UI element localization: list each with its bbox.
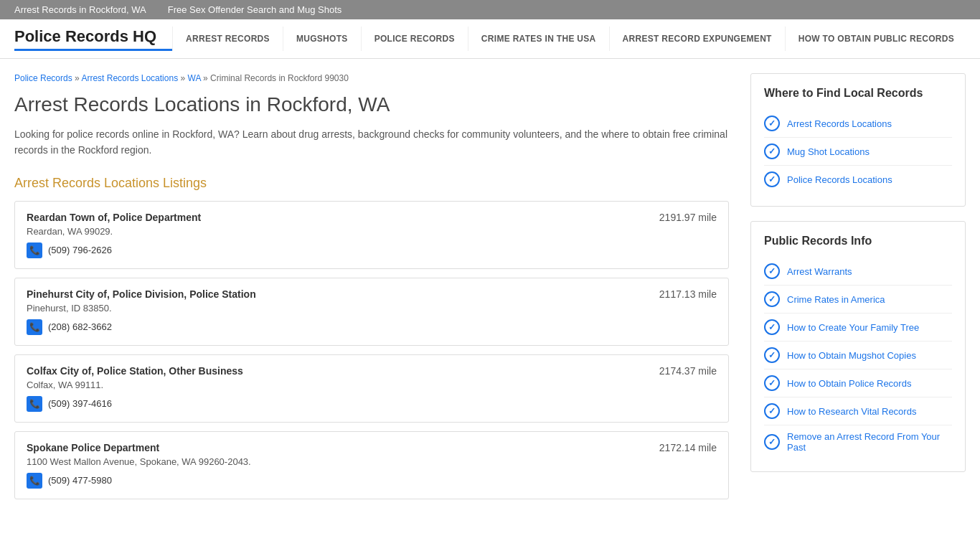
content-wrapper: Police Records » Arrest Records Location… (0, 59, 980, 522)
check-icon-7 (764, 375, 780, 391)
listing-card-0: Reardan Town of, Police Department 2191.… (14, 201, 729, 269)
phone-number-0[interactable]: (509) 796-2626 (48, 245, 112, 255)
nav-public-records[interactable]: HOW TO OBTAIN PUBLIC RECORDS (785, 27, 967, 51)
sidebar-link-label-mug-shots: Mug Shot Locations (787, 146, 870, 157)
main-nav: ARREST RECORDS MUGSHOTS POLICE RECORDS C… (172, 27, 967, 51)
listings-container: Reardan Town of, Police Department 2191.… (14, 201, 729, 499)
listing-header-3: Spokane Police Department 2172.14 mile (27, 442, 717, 453)
phone-number-1[interactable]: (208) 682-3662 (48, 321, 112, 332)
sidebar-link-police-records-locations[interactable]: Police Records Locations (764, 166, 952, 193)
top-bar: Arrest Records in Rockford, WA Free Sex … (0, 0, 980, 19)
listing-name-2: Colfax City of, Police Station, Other Bu… (27, 365, 243, 377)
listing-name-1: Pinehurst City of, Police Division, Poli… (27, 288, 256, 300)
sidebar-link-label-vital-records: How to Research Vital Records (787, 406, 916, 417)
sidebar: Where to Find Local Records Arrest Recor… (750, 73, 966, 508)
breadcrumb-police-records[interactable]: Police Records (14, 73, 72, 83)
topbar-link-0[interactable]: Arrest Records in Rockford, WA (14, 4, 146, 15)
listing-header-0: Reardan Town of, Police Department 2191.… (27, 212, 717, 223)
sidebar-link-arrest-locations[interactable]: Arrest Records Locations (764, 110, 952, 138)
sidebar-link-label-remove-arrest: Remove an Arrest Record From Your Past (787, 431, 952, 453)
listing-card-1: Pinehurst City of, Police Division, Poli… (14, 278, 729, 346)
section-heading: Arrest Records Locations Listings (14, 176, 729, 191)
sidebar-link-label-police-records: How to Obtain Police Records (787, 378, 911, 389)
phone-number-2[interactable]: (509) 397-4616 (48, 398, 112, 409)
listing-phone-1: 📞 (208) 682-3662 (27, 319, 717, 335)
check-icon-9 (764, 434, 780, 450)
sidebar-local-records-title: Where to Find Local Records (764, 87, 952, 100)
phone-icon-1: 📞 (27, 319, 42, 335)
check-icon-0 (764, 116, 780, 131)
breadcrumb-current: Criminal Records in Rockford 99030 (210, 73, 349, 83)
listing-distance-2: 2174.37 mile (659, 365, 717, 377)
sidebar-link-vital-records[interactable]: How to Research Vital Records (764, 397, 952, 425)
header: Police Records HQ ARREST RECORDS MUGSHOT… (0, 19, 980, 59)
listing-address-1: Pinehurst, ID 83850. (27, 303, 717, 314)
check-icon-4 (764, 291, 780, 307)
listing-card-2: Colfax City of, Police Station, Other Bu… (14, 354, 729, 423)
listing-phone-3: 📞 (509) 477-5980 (27, 473, 717, 489)
page-description: Looking for police records online in Roc… (14, 126, 729, 159)
listing-phone-0: 📞 (509) 796-2626 (27, 242, 717, 258)
check-icon-8 (764, 403, 780, 419)
listing-header-1: Pinehurst City of, Police Division, Poli… (27, 288, 717, 300)
listing-address-2: Colfax, WA 99111. (27, 380, 717, 390)
sidebar-public-records-title: Public Records Info (764, 235, 952, 248)
sidebar-local-records-box: Where to Find Local Records Arrest Recor… (750, 73, 966, 207)
sidebar-link-mug-shots[interactable]: Mug Shot Locations (764, 138, 952, 166)
check-icon-2 (764, 171, 780, 187)
listing-name-3: Spokane Police Department (27, 442, 159, 453)
listing-address-0: Reardan, WA 99029. (27, 226, 717, 237)
sidebar-link-police-records[interactable]: How to Obtain Police Records (764, 369, 952, 397)
listing-distance-3: 2172.14 mile (659, 442, 717, 453)
check-icon-5 (764, 319, 780, 335)
sidebar-link-label-crime-rates: Crime Rates in America (787, 294, 885, 305)
sidebar-link-label-arrest-warrants: Arrest Warrants (787, 266, 852, 277)
topbar-link-1[interactable]: Free Sex Offender Search and Mug Shots (168, 4, 342, 15)
listing-address-3: 1100 West Mallon Avenue, Spokane, WA 992… (27, 456, 717, 467)
phone-number-3[interactable]: (509) 477-5980 (48, 475, 112, 486)
sidebar-link-label-mugshot-copies: How to Obtain Mugshot Copies (787, 350, 916, 361)
breadcrumb-arrest-locations[interactable]: Arrest Records Locations (81, 73, 178, 83)
nav-mugshots[interactable]: MUGSHOTS (283, 27, 361, 51)
sidebar-link-family-tree[interactable]: How to Create Your Family Tree (764, 314, 952, 342)
nav-expungement[interactable]: ARREST RECORD EXPUNGEMENT (609, 27, 785, 51)
breadcrumb-wa[interactable]: WA (188, 73, 201, 83)
sidebar-link-label-police-records-locations: Police Records Locations (787, 174, 892, 185)
phone-icon-3: 📞 (27, 473, 42, 489)
sidebar-public-records-box: Public Records Info Arrest Warrants Crim… (750, 221, 966, 472)
sidebar-link-mugshot-copies[interactable]: How to Obtain Mugshot Copies (764, 342, 952, 369)
page-title: Arrest Records Locations in Rockford, WA (14, 93, 729, 116)
check-icon-3 (764, 263, 780, 279)
nav-police-records[interactable]: POLICE RECORDS (361, 27, 468, 51)
phone-icon-2: 📞 (27, 396, 42, 412)
nav-crime-rates[interactable]: CRIME RATES IN THE USA (468, 27, 609, 51)
sidebar-link-label-arrest-locations: Arrest Records Locations (787, 118, 892, 129)
sidebar-link-crime-rates[interactable]: Crime Rates in America (764, 286, 952, 314)
listing-name-0: Reardan Town of, Police Department (27, 212, 201, 223)
nav-arrest-records[interactable]: ARREST RECORDS (172, 27, 283, 51)
listing-card-3: Spokane Police Department 2172.14 mile 1… (14, 431, 729, 499)
breadcrumb: Police Records » Arrest Records Location… (14, 73, 729, 83)
listing-header-2: Colfax City of, Police Station, Other Bu… (27, 365, 717, 377)
main-content: Police Records » Arrest Records Location… (14, 73, 729, 508)
sidebar-link-remove-arrest[interactable]: Remove an Arrest Record From Your Past (764, 425, 952, 458)
sidebar-link-arrest-warrants[interactable]: Arrest Warrants (764, 258, 952, 286)
phone-icon-0: 📞 (27, 242, 42, 258)
listing-distance-1: 2117.13 mile (659, 288, 717, 300)
check-icon-6 (764, 347, 780, 363)
listing-distance-0: 2191.97 mile (659, 212, 717, 223)
check-icon-1 (764, 143, 780, 159)
site-logo[interactable]: Police Records HQ (14, 27, 172, 51)
sidebar-link-label-family-tree: How to Create Your Family Tree (787, 322, 919, 333)
listing-phone-2: 📞 (509) 397-4616 (27, 396, 717, 412)
